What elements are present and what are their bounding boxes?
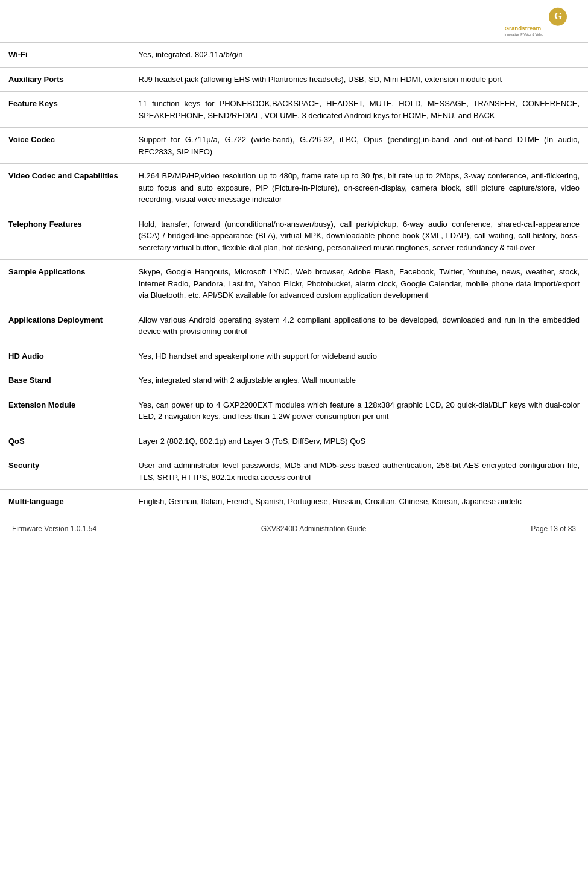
row-label-8: HD Audio xyxy=(0,344,130,368)
row-value-4: H.264 BP/MP/HP,video resolution up to 48… xyxy=(130,164,588,212)
table-row: SecurityUser and administrator level pas… xyxy=(0,453,588,490)
svg-text:Grandstream: Grandstream xyxy=(505,25,542,31)
logo-container: G Grandstream Innovative IP Voice & Vide… xyxy=(504,6,576,39)
row-value-3: Support for G.711μ/a, G.722 (wide-band),… xyxy=(130,128,588,164)
row-value-12: User and administrator level passwords, … xyxy=(130,453,588,490)
table-row: HD AudioYes, HD handset and speakerphone… xyxy=(0,344,588,368)
row-label-6: Sample Applications xyxy=(0,260,130,308)
page-footer: Firmware Version 1.0.1.54 GXV3240D Admin… xyxy=(0,517,588,540)
grandstream-logo: G Grandstream Innovative IP Voice & Vide… xyxy=(504,6,576,39)
svg-text:Innovative IP Voice & Video: Innovative IP Voice & Video xyxy=(505,33,543,36)
firmware-version: Firmware Version 1.0.1.54 xyxy=(12,525,96,533)
row-value-0: Yes, integrated. 802.11a/b/g/n xyxy=(130,43,588,67)
row-label-11: QoS xyxy=(0,429,130,453)
row-label-2: Feature Keys xyxy=(0,92,130,128)
row-label-9: Base Stand xyxy=(0,368,130,393)
table-row: Telephony FeaturesHold, transfer, forwar… xyxy=(0,212,588,260)
table-row: Multi-languageEnglish, German, Italian, … xyxy=(0,490,588,514)
row-label-13: Multi-language xyxy=(0,490,130,514)
table-row: QoSLayer 2 (802.1Q, 802.1p) and Layer 3 … xyxy=(0,429,588,453)
table-row: Wi-FiYes, integrated. 802.11a/b/g/n xyxy=(0,43,588,67)
row-value-9: Yes, integrated stand with 2 adjustable … xyxy=(130,368,588,393)
row-value-7: Allow various Android operating system 4… xyxy=(130,308,588,344)
table-row: Sample ApplicationsSkype, Google Hangout… xyxy=(0,260,588,308)
page-header: G Grandstream Innovative IP Voice & Vide… xyxy=(0,0,588,43)
table-row: Extension ModuleYes, can power up to 4 G… xyxy=(0,393,588,429)
row-label-3: Voice Codec xyxy=(0,128,130,164)
row-label-5: Telephony Features xyxy=(0,212,130,260)
table-row: Applications DeploymentAllow various And… xyxy=(0,308,588,344)
row-value-5: Hold, transfer, forward (unconditional/n… xyxy=(130,212,588,260)
row-value-6: Skype, Google Hangouts, Microsoft LYNC, … xyxy=(130,260,588,308)
table-row: Video Codec and CapabilitiesH.264 BP/MP/… xyxy=(0,164,588,212)
page-number: Page 13 of 83 xyxy=(531,525,576,533)
specs-table: Wi-FiYes, integrated. 802.11a/b/g/nAuxil… xyxy=(0,43,588,514)
row-value-1: RJ9 headset jack (allowing EHS with Plan… xyxy=(130,67,588,92)
row-label-12: Security xyxy=(0,453,130,490)
table-row: Auxiliary PortsRJ9 headset jack (allowin… xyxy=(0,67,588,92)
row-value-11: Layer 2 (802.1Q, 802.1p) and Layer 3 (To… xyxy=(130,429,588,453)
row-label-4: Video Codec and Capabilities xyxy=(0,164,130,212)
row-value-10: Yes, can power up to 4 GXP2200EXT module… xyxy=(130,393,588,429)
row-value-13: English, German, Italian, French, Spanis… xyxy=(130,490,588,514)
table-row: Feature Keys11 function keys for PHONEBO… xyxy=(0,92,588,128)
row-label-10: Extension Module xyxy=(0,393,130,429)
row-label-1: Auxiliary Ports xyxy=(0,67,130,92)
row-value-8: Yes, HD handset and speakerphone with su… xyxy=(130,344,588,368)
svg-text:G: G xyxy=(554,10,562,22)
table-row: Base StandYes, integrated stand with 2 a… xyxy=(0,368,588,393)
row-label-7: Applications Deployment xyxy=(0,308,130,344)
row-value-2: 11 function keys for PHONEBOOK,BACKSPACE… xyxy=(130,92,588,128)
guide-title: GXV3240D Administration Guide xyxy=(261,525,367,533)
table-row: Voice CodecSupport for G.711μ/a, G.722 (… xyxy=(0,128,588,164)
row-label-0: Wi-Fi xyxy=(0,43,130,67)
